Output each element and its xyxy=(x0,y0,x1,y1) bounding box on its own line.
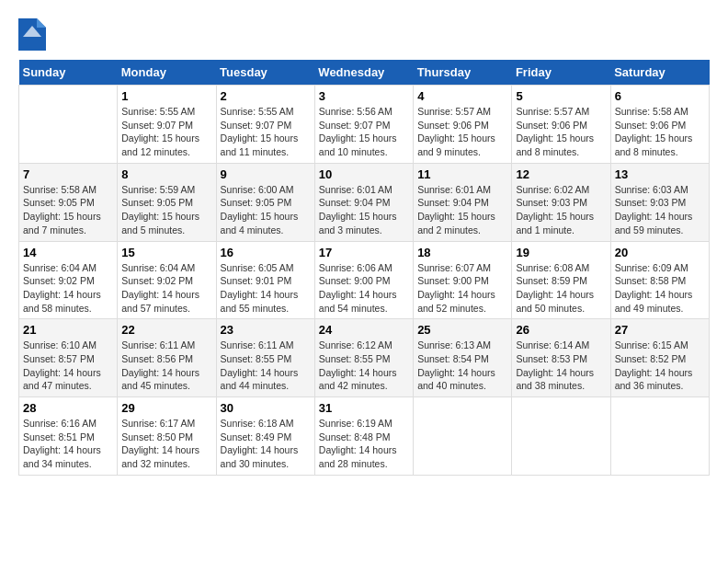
day-info: Sunrise: 6:01 AMSunset: 9:04 PMDaylight:… xyxy=(417,183,507,237)
calendar-cell: 28Sunrise: 6:16 AMSunset: 8:51 PMDayligh… xyxy=(19,397,118,476)
day-info: Sunrise: 6:03 AMSunset: 9:03 PMDaylight:… xyxy=(615,183,705,237)
page-header xyxy=(18,18,710,51)
day-number: 6 xyxy=(615,89,705,103)
day-info: Sunrise: 6:10 AMSunset: 8:57 PMDaylight:… xyxy=(23,339,113,393)
day-number: 1 xyxy=(121,89,211,103)
calendar-cell: 14Sunrise: 6:04 AMSunset: 9:02 PMDayligh… xyxy=(19,241,118,319)
day-number: 30 xyxy=(221,401,311,415)
day-number: 19 xyxy=(516,246,606,259)
day-of-week-header: Monday xyxy=(118,60,216,86)
logo-icon xyxy=(18,18,46,51)
day-number: 5 xyxy=(516,89,606,103)
calendar-week-row: 21Sunrise: 6:10 AMSunset: 8:57 PMDayligh… xyxy=(19,319,710,397)
day-of-week-header: Sunday xyxy=(19,60,118,86)
day-info: Sunrise: 6:12 AMSunset: 8:55 PMDaylight:… xyxy=(319,339,409,393)
day-info: Sunrise: 5:58 AMSunset: 9:06 PMDaylight:… xyxy=(615,105,705,159)
day-number: 29 xyxy=(121,401,211,415)
calendar-header: SundayMondayTuesdayWednesdayThursdayFrid… xyxy=(19,60,710,86)
day-number: 16 xyxy=(221,246,311,259)
calendar-week-row: 14Sunrise: 6:04 AMSunset: 9:02 PMDayligh… xyxy=(19,241,710,319)
day-info: Sunrise: 5:55 AMSunset: 9:07 PMDaylight:… xyxy=(221,105,311,159)
day-number: 7 xyxy=(23,167,113,181)
day-info: Sunrise: 6:19 AMSunset: 8:48 PMDaylight:… xyxy=(319,417,409,471)
calendar-cell: 18Sunrise: 6:07 AMSunset: 9:00 PMDayligh… xyxy=(414,241,512,319)
calendar-cell: 17Sunrise: 6:06 AMSunset: 9:00 PMDayligh… xyxy=(314,241,413,319)
day-number: 12 xyxy=(516,167,606,181)
calendar-body: 1Sunrise: 5:55 AMSunset: 9:07 PMDaylight… xyxy=(19,86,710,476)
calendar-cell: 24Sunrise: 6:12 AMSunset: 8:55 PMDayligh… xyxy=(314,319,413,397)
day-number: 2 xyxy=(221,89,311,103)
day-number: 14 xyxy=(23,246,113,259)
day-number: 28 xyxy=(23,401,113,415)
calendar-cell: 15Sunrise: 6:04 AMSunset: 9:02 PMDayligh… xyxy=(118,241,216,319)
day-info: Sunrise: 6:13 AMSunset: 8:54 PMDaylight:… xyxy=(417,339,507,393)
calendar-cell xyxy=(19,86,118,164)
day-info: Sunrise: 6:16 AMSunset: 8:51 PMDaylight:… xyxy=(23,417,113,471)
day-of-week-header: Thursday xyxy=(414,60,512,86)
day-number: 3 xyxy=(319,89,409,103)
day-info: Sunrise: 6:06 AMSunset: 9:00 PMDaylight:… xyxy=(319,261,409,316)
day-info: Sunrise: 6:05 AMSunset: 9:01 PMDaylight:… xyxy=(221,261,311,316)
day-number: 11 xyxy=(417,167,507,181)
calendar-cell: 8Sunrise: 5:59 AMSunset: 9:05 PMDaylight… xyxy=(118,163,216,241)
day-info: Sunrise: 6:01 AMSunset: 9:04 PMDaylight:… xyxy=(319,183,409,237)
day-info: Sunrise: 6:09 AMSunset: 8:58 PMDaylight:… xyxy=(615,261,705,316)
calendar-table: SundayMondayTuesdayWednesdayThursdayFrid… xyxy=(18,60,710,476)
calendar-cell: 31Sunrise: 6:19 AMSunset: 8:48 PMDayligh… xyxy=(314,397,413,476)
calendar-cell: 23Sunrise: 6:11 AMSunset: 8:55 PMDayligh… xyxy=(216,319,314,397)
calendar-cell: 12Sunrise: 6:02 AMSunset: 9:03 PMDayligh… xyxy=(512,163,610,241)
day-number: 20 xyxy=(615,246,705,259)
day-info: Sunrise: 6:11 AMSunset: 8:55 PMDaylight:… xyxy=(221,339,311,393)
day-info: Sunrise: 5:56 AMSunset: 9:07 PMDaylight:… xyxy=(319,105,409,159)
day-info: Sunrise: 5:57 AMSunset: 9:06 PMDaylight:… xyxy=(516,105,606,159)
calendar-cell: 30Sunrise: 6:18 AMSunset: 8:49 PMDayligh… xyxy=(216,397,314,476)
calendar-cell: 29Sunrise: 6:17 AMSunset: 8:50 PMDayligh… xyxy=(118,397,216,476)
days-of-week-row: SundayMondayTuesdayWednesdayThursdayFrid… xyxy=(19,60,710,86)
day-number: 23 xyxy=(221,323,311,337)
calendar-week-row: 7Sunrise: 5:58 AMSunset: 9:05 PMDaylight… xyxy=(19,163,710,241)
calendar-cell: 4Sunrise: 5:57 AMSunset: 9:06 PMDaylight… xyxy=(414,86,512,164)
day-info: Sunrise: 5:57 AMSunset: 9:06 PMDaylight:… xyxy=(417,105,507,159)
calendar-cell: 22Sunrise: 6:11 AMSunset: 8:56 PMDayligh… xyxy=(118,319,216,397)
day-number: 24 xyxy=(319,323,409,337)
calendar-cell: 20Sunrise: 6:09 AMSunset: 8:58 PMDayligh… xyxy=(610,241,709,319)
day-number: 31 xyxy=(319,401,409,415)
day-info: Sunrise: 6:07 AMSunset: 9:00 PMDaylight:… xyxy=(417,261,507,316)
calendar-cell: 19Sunrise: 6:08 AMSunset: 8:59 PMDayligh… xyxy=(512,241,610,319)
day-info: Sunrise: 5:58 AMSunset: 9:05 PMDaylight:… xyxy=(23,183,113,237)
day-info: Sunrise: 6:04 AMSunset: 9:02 PMDaylight:… xyxy=(23,261,113,316)
calendar-cell: 11Sunrise: 6:01 AMSunset: 9:04 PMDayligh… xyxy=(414,163,512,241)
calendar-cell: 13Sunrise: 6:03 AMSunset: 9:03 PMDayligh… xyxy=(610,163,709,241)
day-info: Sunrise: 6:18 AMSunset: 8:49 PMDaylight:… xyxy=(221,417,311,471)
calendar-cell: 16Sunrise: 6:05 AMSunset: 9:01 PMDayligh… xyxy=(216,241,314,319)
calendar-cell xyxy=(512,397,610,476)
day-number: 17 xyxy=(319,246,409,259)
day-info: Sunrise: 6:14 AMSunset: 8:53 PMDaylight:… xyxy=(516,339,606,393)
calendar-cell: 5Sunrise: 5:57 AMSunset: 9:06 PMDaylight… xyxy=(512,86,610,164)
day-info: Sunrise: 6:02 AMSunset: 9:03 PMDaylight:… xyxy=(516,183,606,237)
calendar-week-row: 1Sunrise: 5:55 AMSunset: 9:07 PMDaylight… xyxy=(19,86,710,164)
day-number: 4 xyxy=(417,89,507,103)
day-of-week-header: Friday xyxy=(512,60,610,86)
day-info: Sunrise: 6:11 AMSunset: 8:56 PMDaylight:… xyxy=(121,339,211,393)
calendar-cell: 25Sunrise: 6:13 AMSunset: 8:54 PMDayligh… xyxy=(414,319,512,397)
calendar-cell: 3Sunrise: 5:56 AMSunset: 9:07 PMDaylight… xyxy=(314,86,413,164)
calendar-cell: 7Sunrise: 5:58 AMSunset: 9:05 PMDaylight… xyxy=(19,163,118,241)
calendar-cell: 10Sunrise: 6:01 AMSunset: 9:04 PMDayligh… xyxy=(314,163,413,241)
logo xyxy=(18,18,50,51)
day-number: 10 xyxy=(319,167,409,181)
day-number: 8 xyxy=(121,167,211,181)
day-info: Sunrise: 6:04 AMSunset: 9:02 PMDaylight:… xyxy=(121,261,211,316)
calendar-cell: 26Sunrise: 6:14 AMSunset: 8:53 PMDayligh… xyxy=(512,319,610,397)
calendar-cell: 9Sunrise: 6:00 AMSunset: 9:05 PMDaylight… xyxy=(216,163,314,241)
calendar-cell: 1Sunrise: 5:55 AMSunset: 9:07 PMDaylight… xyxy=(118,86,216,164)
calendar-cell: 21Sunrise: 6:10 AMSunset: 8:57 PMDayligh… xyxy=(19,319,118,397)
calendar-cell: 27Sunrise: 6:15 AMSunset: 8:52 PMDayligh… xyxy=(610,319,709,397)
day-info: Sunrise: 6:17 AMSunset: 8:50 PMDaylight:… xyxy=(121,417,211,471)
day-info: Sunrise: 6:15 AMSunset: 8:52 PMDaylight:… xyxy=(615,339,705,393)
day-number: 18 xyxy=(417,246,507,259)
day-number: 21 xyxy=(23,323,113,337)
calendar-cell: 2Sunrise: 5:55 AMSunset: 9:07 PMDaylight… xyxy=(216,86,314,164)
calendar-week-row: 28Sunrise: 6:16 AMSunset: 8:51 PMDayligh… xyxy=(19,397,710,476)
calendar-cell xyxy=(610,397,709,476)
